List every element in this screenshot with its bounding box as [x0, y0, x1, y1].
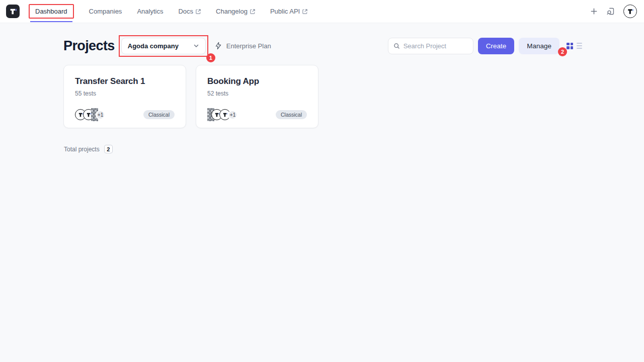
list-view-icon[interactable]	[577, 43, 582, 49]
project-type-badge: Classical	[143, 110, 175, 119]
nav-item-label: Public API	[270, 8, 300, 15]
top-navigation-bar: Dashboard Companies Analytics Docs Chang…	[0, 0, 644, 23]
projects-header-row: Projects Agoda company 1 Enterprise Plan	[63, 35, 582, 56]
search-icon	[393, 43, 400, 49]
nav-item-docs[interactable]: Docs	[178, 8, 201, 15]
nav-item-changelog[interactable]: Changelog	[216, 8, 255, 15]
project-card-grid: Transfer Search 1 55 tests +1 Classical …	[63, 65, 644, 128]
project-test-count: 55 tests	[75, 90, 175, 97]
annotation-badge-1: 1	[206, 53, 215, 62]
nav-item-label: Docs	[178, 8, 193, 15]
nav-item-dashboard[interactable]: Dashboard	[29, 4, 74, 19]
plan-label: Enterprise Plan	[226, 42, 271, 50]
card-footer: +1 Classical	[75, 108, 175, 121]
add-icon[interactable]	[590, 8, 598, 15]
project-test-count: 52 tests	[207, 90, 307, 97]
project-card-transfer-search-1[interactable]: Transfer Search 1 55 tests +1 Classical	[63, 65, 186, 128]
total-projects-count: 2	[104, 145, 113, 153]
member-avatar-stack: +1	[207, 108, 237, 121]
page-title: Projects	[63, 38, 115, 54]
nav-item-analytics[interactable]: Analytics	[137, 8, 163, 15]
company-selector-dropdown[interactable]: Agoda company	[121, 38, 206, 54]
brand-t-icon	[9, 8, 17, 16]
project-search	[388, 38, 473, 54]
external-link-icon	[250, 9, 255, 14]
member-avatar-stack: +1	[75, 108, 105, 121]
project-name: Booking App	[207, 76, 307, 86]
manage-button[interactable]: Manage	[519, 38, 559, 54]
lightning-bolt-icon	[214, 42, 222, 50]
topbar-actions	[590, 5, 637, 18]
app-logo[interactable]	[6, 5, 20, 18]
nav-item-label: Companies	[89, 8, 122, 15]
view-toggle	[567, 43, 582, 49]
annotation-badge-2: 2	[558, 47, 567, 56]
nav-item-companies[interactable]: Companies	[89, 8, 122, 15]
total-projects-label: Total projects	[64, 146, 100, 153]
search-input[interactable]	[404, 42, 468, 50]
external-link-icon	[302, 9, 307, 14]
annotation-box-1: Agoda company 1	[119, 35, 208, 57]
main-nav: Dashboard Companies Analytics Docs Chang…	[29, 4, 307, 19]
document-search-icon[interactable]	[606, 7, 615, 16]
user-avatar[interactable]	[623, 5, 637, 18]
nav-item-label: Analytics	[137, 8, 163, 15]
nav-item-label: Dashboard	[35, 8, 67, 15]
nav-item-public-api[interactable]: Public API	[270, 8, 307, 15]
external-link-icon	[196, 9, 201, 14]
grid-view-icon[interactable]	[567, 43, 573, 49]
brand-t-icon	[627, 8, 634, 15]
card-footer: +1 Classical	[207, 108, 307, 121]
avatar-overflow-count: +1	[228, 110, 237, 120]
total-projects-row: Total projects 2	[64, 145, 644, 153]
project-card-booking-app[interactable]: Booking App 52 tests +1 Classical	[196, 65, 318, 128]
nav-item-label: Changelog	[216, 8, 248, 15]
project-name: Transfer Search 1	[75, 76, 175, 86]
project-type-badge: Classical	[276, 110, 307, 119]
company-selector-value: Agoda company	[128, 42, 179, 50]
plan-indicator: Enterprise Plan	[214, 42, 271, 50]
create-button[interactable]: Create	[478, 38, 515, 54]
chevron-down-icon	[193, 43, 199, 49]
avatar-overflow-count: +1	[96, 110, 105, 120]
